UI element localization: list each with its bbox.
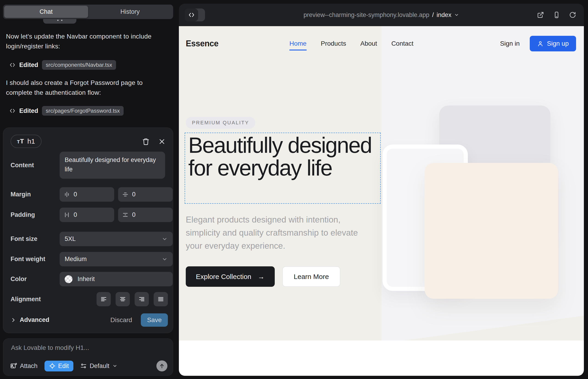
preview-window: preview--charming-site-symphony.lovable.… <box>179 4 584 376</box>
open-external-button[interactable] <box>537 12 544 18</box>
explore-collection-button[interactable]: Explore Collection → <box>186 266 275 287</box>
nav-link-contact[interactable]: Contact <box>391 40 414 47</box>
nav-link-products[interactable]: Products <box>321 40 346 47</box>
learn-more-button[interactable]: Learn More <box>282 266 340 287</box>
premium-quality-badge: PREMIUM QUALITY <box>186 117 255 129</box>
chevron-down-icon <box>454 12 459 17</box>
margin-y-input[interactable]: 0 <box>118 187 173 202</box>
close-panel-button[interactable] <box>157 137 167 147</box>
chevron-down-icon <box>112 363 117 368</box>
code-icon <box>9 108 15 114</box>
font-weight-row: Font weight Medium <box>11 252 168 266</box>
tab-history[interactable]: History <box>88 6 172 18</box>
padding-y-input[interactable]: 0 <box>118 208 173 222</box>
site-logo[interactable]: Essence <box>186 26 218 61</box>
align-left-button[interactable] <box>96 292 111 306</box>
hero-diagonal-accent <box>404 316 584 340</box>
save-button[interactable]: Save <box>141 313 168 327</box>
font-size-label: Font size <box>11 232 37 246</box>
composer-input[interactable] <box>11 344 162 351</box>
selected-h1-outline[interactable]: Beautifully designed for everyday life <box>185 133 381 204</box>
hero-heading[interactable]: Beautifully designed for everyday life <box>185 133 380 180</box>
url-domain: preview--charming-site-symphony.lovable.… <box>304 12 430 19</box>
sign-up-button[interactable]: Sign up <box>530 36 576 51</box>
attach-image-icon <box>10 363 17 369</box>
edited-file-row: Edited src/components/Navbar.tsx <box>9 60 116 70</box>
element-editor-panel: TT h1 Content Beautifully designed for e… <box>3 127 173 333</box>
alignment-row: Alignment <box>11 292 168 306</box>
selected-element-chip[interactable]: TT h1 <box>11 135 42 148</box>
advanced-toggle[interactable]: Advanced <box>11 313 49 327</box>
padding-row: Padding 0 0 <box>11 208 168 222</box>
element-tag: h1 <box>27 137 35 145</box>
padding-x-icon <box>64 212 70 218</box>
chevron-right-icon <box>11 317 16 323</box>
align-right-button[interactable] <box>135 292 149 306</box>
edited-label: Edited <box>19 107 38 114</box>
scrolled-badge-fragment <box>43 19 76 24</box>
chat-message: I should also create a Forgot Password p… <box>6 78 167 97</box>
delete-element-button[interactable] <box>141 137 151 147</box>
content-input-wrap: Beautifully designed for everyday life <box>60 152 165 179</box>
content-field-row: Content Beautifully designed for everyda… <box>11 152 168 179</box>
align-center-button[interactable] <box>116 292 130 306</box>
font-weight-label: Font weight <box>11 252 45 266</box>
edited-label: Edited <box>19 62 38 69</box>
align-justify-button[interactable] <box>154 292 168 306</box>
content-input[interactable]: Beautifully designed for everyday life <box>60 152 165 179</box>
color-row: Color Inherit <box>11 272 168 286</box>
padding-y-icon <box>122 212 128 218</box>
lovable-workspace: Chat History Now let's update the Navbar… <box>0 0 588 379</box>
model-default-selector[interactable]: Default <box>80 363 117 370</box>
editor-footer: Advanced Discard Save <box>11 313 168 327</box>
font-size-row: Font size 5XL <box>11 232 168 246</box>
margin-row: Margin 0 0 <box>11 187 168 202</box>
discard-button[interactable]: Discard <box>110 316 132 324</box>
sliders-icon <box>80 363 87 369</box>
edited-file-row: Edited src/pages/ForgotPassword.tsx <box>9 106 124 116</box>
chevron-down-icon <box>162 236 168 242</box>
send-button[interactable] <box>156 360 167 371</box>
target-icon <box>49 363 56 369</box>
arrow-right-icon: → <box>258 273 265 281</box>
tab-chat[interactable]: Chat <box>4 6 88 18</box>
margin-y-icon <box>122 191 128 198</box>
code-icon <box>9 62 15 68</box>
color-select[interactable]: Inherit <box>60 272 173 286</box>
margin-label: Margin <box>11 187 31 202</box>
hero-section: Essence Home Products About Contact Sign… <box>179 26 584 340</box>
hero-paragraph: Elegant products designed with intention… <box>186 213 369 253</box>
refresh-button[interactable] <box>569 12 576 18</box>
padding-label: Padding <box>11 208 35 222</box>
padding-x-input[interactable]: 0 <box>60 208 114 222</box>
editor-header: TT h1 <box>11 135 168 149</box>
chat-composer: Attach Edit Default <box>3 338 173 376</box>
edit-mode-button[interactable]: Edit <box>45 361 74 371</box>
chat-message: Now let's update the Navbar component to… <box>6 32 167 51</box>
url-separator: / <box>432 12 434 19</box>
margin-x-input[interactable]: 0 <box>60 187 114 202</box>
preview-topbar: preview--charming-site-symphony.lovable.… <box>179 4 584 26</box>
file-badge[interactable]: src/components/Navbar.tsx <box>42 60 116 70</box>
margin-x-icon <box>64 191 70 198</box>
user-icon <box>537 40 543 47</box>
color-swatch <box>65 275 73 283</box>
alignment-label: Alignment <box>11 292 41 306</box>
content-label: Content <box>11 158 34 173</box>
attach-button[interactable]: Attach <box>10 363 38 370</box>
url-page: index <box>437 12 451 19</box>
color-label: Color <box>11 272 27 286</box>
decorative-card-cream <box>425 163 558 299</box>
nav-link-about[interactable]: About <box>360 40 377 47</box>
sign-in-link[interactable]: Sign in <box>500 40 520 47</box>
font-weight-select[interactable]: Medium <box>60 252 173 266</box>
mobile-view-button[interactable] <box>553 12 560 18</box>
site-preview: Essence Home Products About Contact Sign… <box>179 26 584 376</box>
font-size-select[interactable]: 5XL <box>60 232 173 246</box>
chat-history-tabs: Chat History <box>3 5 173 19</box>
url-bar[interactable]: preview--charming-site-symphony.lovable.… <box>179 4 584 26</box>
type-icon: TT <box>17 138 24 145</box>
nav-link-home[interactable]: Home <box>289 40 307 50</box>
file-badge[interactable]: src/pages/ForgotPassword.tsx <box>42 106 124 116</box>
chevron-down-icon <box>162 256 168 262</box>
